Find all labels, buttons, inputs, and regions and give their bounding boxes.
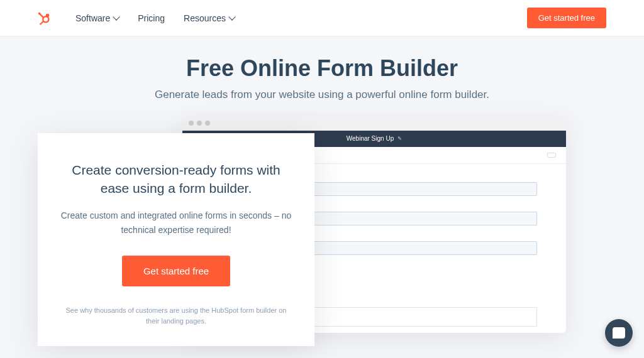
svg-line-3 bbox=[42, 21, 44, 23]
header-cta-button[interactable]: Get started free bbox=[527, 8, 606, 28]
hero-subtitle: Generate leads from your website using a… bbox=[146, 87, 498, 103]
chevron-down-icon bbox=[228, 13, 235, 20]
card-title: Create conversion-ready forms with ease … bbox=[59, 161, 293, 198]
nav-item-pricing[interactable]: Pricing bbox=[138, 13, 165, 23]
window-dot-icon bbox=[189, 121, 194, 126]
feature-card: Create conversion-ready forms with ease … bbox=[38, 133, 314, 347]
svg-line-5 bbox=[40, 14, 43, 17]
window-dot-icon bbox=[197, 121, 202, 126]
card-description: Create custom and integrated online form… bbox=[59, 209, 293, 237]
hero-section: Free Online Form Builder Generate leads … bbox=[0, 36, 644, 116]
mock-form-title: Webinar Sign Up bbox=[347, 135, 394, 142]
nav-label: Software bbox=[75, 13, 110, 23]
card-cta-button[interactable]: Get started free bbox=[122, 256, 230, 286]
pencil-icon: ✎ bbox=[397, 136, 402, 141]
svg-line-2 bbox=[46, 15, 48, 16]
chevron-down-icon bbox=[113, 13, 120, 20]
nav-item-software[interactable]: Software bbox=[75, 13, 119, 23]
hubspot-logo[interactable] bbox=[38, 11, 52, 25]
mock-action-button bbox=[547, 153, 556, 158]
main-header: Software Pricing Resources Get started f… bbox=[0, 0, 644, 36]
svg-point-6 bbox=[38, 12, 41, 14]
browser-controls bbox=[182, 116, 566, 131]
chat-icon bbox=[613, 327, 625, 339]
window-dot-icon bbox=[205, 121, 210, 126]
chat-widget-button[interactable] bbox=[605, 319, 633, 347]
card-footnote: See why thousands of customers are using… bbox=[63, 305, 289, 326]
svg-point-4 bbox=[40, 23, 42, 24]
header-left-group: Software Pricing Resources bbox=[38, 11, 235, 25]
hero-title: Free Online Form Builder bbox=[0, 55, 644, 82]
primary-nav: Software Pricing Resources bbox=[75, 13, 235, 23]
nav-item-resources[interactable]: Resources bbox=[184, 13, 235, 23]
nav-label: Pricing bbox=[138, 13, 165, 23]
nav-label: Resources bbox=[184, 13, 226, 23]
